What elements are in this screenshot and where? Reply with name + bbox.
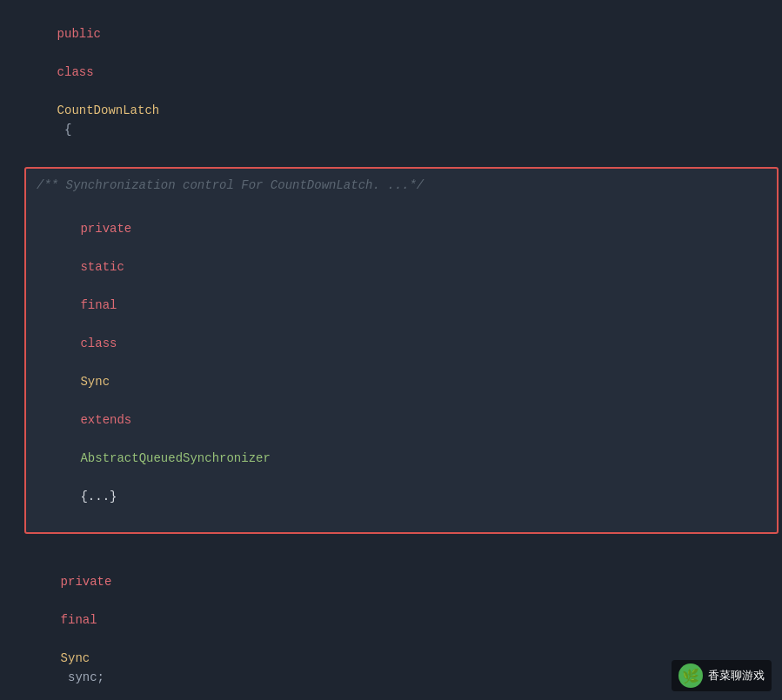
watermark-text: 香菜聊游戏 (708, 668, 765, 683)
spacer-1 (0, 537, 782, 550)
field-sync: private final Sync sync; (0, 550, 782, 700)
keyword-public: public (57, 27, 101, 41)
sync-class-declaration: private static final class Sync extends … (33, 198, 770, 527)
watermark: 🌿 香菜聊游戏 (672, 660, 772, 691)
sync-class-block: /** Synchronization control For CountDow… (24, 167, 779, 534)
sync-comment: /** Synchronization control For CountDow… (33, 174, 770, 198)
keyword-class: class (57, 65, 94, 79)
class-declaration: public class CountDownLatch { (0, 0, 782, 163)
code-container: public class CountDownLatch { /** Synchr… (0, 0, 782, 700)
watermark-icon: 🌿 (678, 663, 703, 688)
class-name: CountDownLatch (57, 103, 160, 117)
